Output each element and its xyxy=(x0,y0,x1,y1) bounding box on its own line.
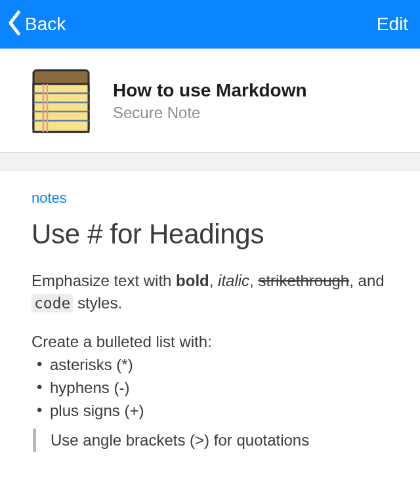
note-body: notes Use # for Headings Emphasize text … xyxy=(0,171,420,452)
emphasis-paragraph: Emphasize text with bold, italic, strike… xyxy=(32,270,388,314)
list-item: plus signs (+) xyxy=(35,400,388,423)
chevron-left-icon xyxy=(5,10,24,39)
note-type-label: Secure Note xyxy=(113,104,307,122)
svg-rect-1 xyxy=(33,84,89,132)
content-heading: Use # for Headings xyxy=(32,219,388,250)
list-item: asterisks (*) xyxy=(35,354,388,377)
field-label-notes: notes xyxy=(32,190,388,207)
bullet-list: asterisks (*) hyphens (-) plus signs (+) xyxy=(32,354,388,422)
text: , and xyxy=(349,272,384,289)
bold-sample: bold xyxy=(176,272,209,289)
blockquote: Use angle brackets (>) for quotations xyxy=(33,429,388,452)
note-title: How to use Markdown xyxy=(113,80,307,101)
nav-bar: Back Edit xyxy=(0,0,420,49)
text: , xyxy=(209,272,218,289)
quote-text: Use angle brackets (>) for quotations xyxy=(51,431,309,449)
italic-sample: italic xyxy=(218,272,249,289)
list-intro: Create a bulleted list with: xyxy=(32,331,388,354)
note-header: How to use Markdown Secure Note xyxy=(0,49,420,153)
back-button[interactable]: Back xyxy=(5,10,66,39)
code-sample: code xyxy=(32,294,73,312)
text: , xyxy=(249,272,258,289)
strike-sample: strikethrough xyxy=(258,272,349,289)
section-divider xyxy=(0,153,420,171)
edit-button[interactable]: Edit xyxy=(377,14,408,35)
notepad-icon xyxy=(32,68,91,134)
text: Emphasize text with xyxy=(32,272,176,289)
back-label: Back xyxy=(25,14,66,35)
text: styles. xyxy=(73,294,122,312)
list-item: hyphens (-) xyxy=(35,377,388,400)
